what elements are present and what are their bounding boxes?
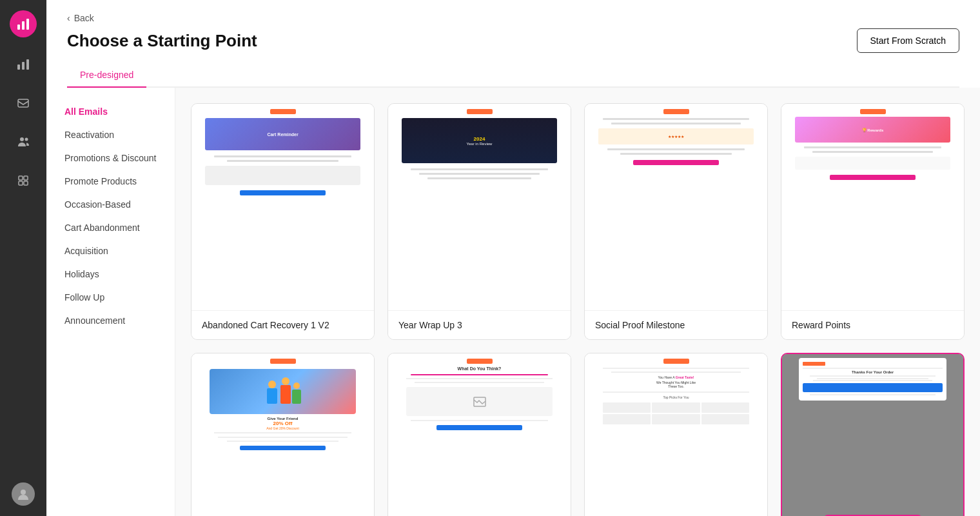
products-icon[interactable] [12, 169, 35, 192]
nav-follow-up[interactable]: Follow Up [57, 286, 164, 308]
card-preview-product-rec: You Have A Great Taste! We Thought You M… [585, 353, 767, 516]
card-preview-abandoned-cart: Cart Reminder [191, 104, 374, 310]
svg-rect-18 [292, 390, 301, 404]
card-footer-year-wrap-up: Year Wrap Up 3 [388, 310, 571, 339]
card-footer-abandoned-cart: Abandoned Cart Recovery 1 V2 [191, 310, 374, 339]
campaigns-icon[interactable] [12, 92, 35, 115]
svg-rect-11 [19, 181, 23, 185]
template-card-abandoned-cart[interactable]: Cart Reminder Abandoned Cart Recovery 1 … [191, 103, 375, 340]
template-card-year-wrap-up[interactable]: 2024 Year in Review Year Wrap Up 3 [387, 103, 571, 340]
back-button[interactable]: ‹ Back [67, 13, 959, 23]
svg-rect-2 [26, 19, 29, 30]
svg-rect-12 [24, 181, 28, 185]
sidebar [0, 0, 46, 516]
svg-rect-3 [17, 64, 20, 70]
main-content: ‹ Back Choose a Starting Point Start Fro… [46, 0, 980, 516]
back-label: Back [74, 13, 94, 23]
card-preview-social-proof: ★★★★★ [585, 104, 767, 310]
svg-point-8 [25, 138, 28, 141]
nav-announcement[interactable]: Announcement [57, 310, 164, 332]
nav-all-emails[interactable]: All Emails [57, 101, 164, 123]
card-preview-year-wrap-up: 2024 Year in Review [388, 104, 571, 310]
content-area: All Emails Reactivation Promotions & Dis… [46, 88, 980, 516]
template-card-social-proof[interactable]: ★★★★★ Social Proof Milestone [584, 103, 768, 340]
left-nav: All Emails Reactivation Promotions & Dis… [46, 88, 175, 516]
contacts-icon[interactable] [12, 130, 35, 154]
svg-point-7 [20, 137, 24, 141]
template-card-refer-friend[interactable]: Give Your Friend 20% Off And Get 20% Dis… [191, 353, 375, 516]
svg-point-19 [293, 382, 300, 389]
card-preview-product-review: What Do You Think? [388, 353, 571, 516]
nav-occasion-based[interactable]: Occasion-Based [57, 194, 164, 215]
card-footer-reward-points: Reward Points [781, 310, 964, 339]
nav-cart-abandonment[interactable]: Cart Abandonment [57, 217, 164, 239]
template-card-reward-points[interactable]: 🏆 Rewards Reward Points [781, 103, 965, 340]
app-logo[interactable] [10, 10, 37, 37]
template-card-product-rec[interactable]: You Have A Great Taste! We Thought You M… [584, 353, 768, 516]
svg-rect-10 [24, 176, 28, 180]
svg-rect-9 [19, 176, 23, 180]
tab-pre-designed[interactable]: Pre-designed [67, 63, 146, 88]
card-preview-order-placed: Thanks For Your Order Use Template [782, 354, 963, 516]
back-chevron-icon: ‹ [67, 13, 70, 23]
analytics-icon[interactable] [12, 53, 35, 76]
svg-rect-0 [17, 25, 20, 30]
page-title: Choose a Starting Point [67, 31, 257, 51]
svg-rect-4 [22, 62, 24, 70]
nav-acquisition[interactable]: Acquisition [57, 240, 164, 262]
svg-rect-14 [267, 388, 277, 404]
template-grid-container: Cart Reminder Abandoned Cart Recovery 1 … [175, 88, 980, 516]
tabs: Pre-designed [67, 63, 959, 88]
start-scratch-button[interactable]: Start From Scratch [857, 28, 959, 53]
user-avatar[interactable] [12, 482, 35, 506]
card-footer-social-proof: Social Proof Milestone [585, 310, 767, 339]
svg-point-17 [282, 377, 289, 385]
template-card-product-review[interactable]: What Do You Think? [387, 353, 571, 516]
svg-point-15 [268, 381, 276, 388]
template-grid: Cart Reminder Abandoned Cart Recovery 1 … [191, 103, 965, 516]
nav-promote-products[interactable]: Promote Products [57, 170, 164, 192]
nav-promotions-discount[interactable]: Promotions & Discount [57, 147, 164, 169]
svg-point-13 [21, 490, 26, 495]
template-card-order-placed[interactable]: Thanks For Your Order Use Template Order… [781, 353, 965, 516]
svg-rect-16 [280, 385, 291, 404]
svg-rect-6 [18, 99, 28, 107]
nav-reactivation[interactable]: Reactivation [57, 124, 164, 146]
svg-rect-1 [22, 21, 24, 30]
card-preview-reward-points: 🏆 Rewards [781, 104, 964, 310]
header: ‹ Back Choose a Starting Point Start Fro… [46, 0, 980, 88]
nav-holidays[interactable]: Holidays [57, 263, 164, 285]
card-preview-refer-friend: Give Your Friend 20% Off And Get 20% Dis… [191, 353, 374, 516]
svg-rect-5 [26, 59, 29, 70]
